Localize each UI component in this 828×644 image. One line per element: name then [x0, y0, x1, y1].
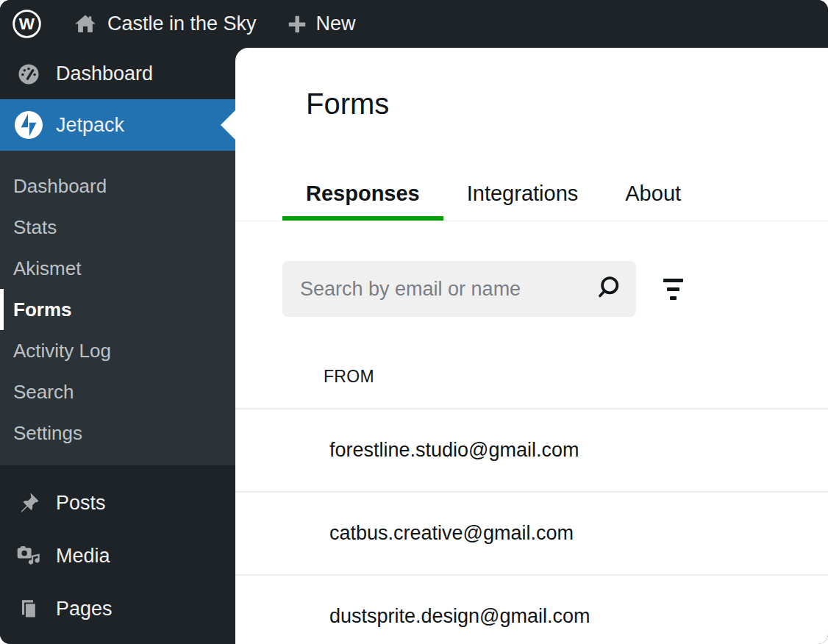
table-row[interactable]: catbus.creative@gmail.com [235, 493, 828, 576]
sidebar-item-dashboard[interactable]: Dashboard [0, 48, 235, 99]
search-icon [594, 273, 622, 305]
admin-bar-site-link[interactable]: Castle in the Sky [73, 12, 257, 36]
search-box [282, 261, 636, 317]
response-email: forestline.studio@gmail.com [329, 439, 579, 462]
tab-about[interactable]: About [602, 170, 704, 221]
sidebar-item-media[interactable]: Media [0, 529, 235, 582]
sidebar: Dashboard Jetpack Dashboard Stats Akisme… [0, 48, 235, 644]
submenu-item-activity-log[interactable]: Activity Log [0, 330, 235, 371]
site-name: Castle in the Sky [107, 12, 257, 35]
filter-button[interactable] [652, 268, 693, 310]
submenu-item-search[interactable]: Search [0, 371, 235, 412]
filter-icon [663, 279, 683, 282]
main-content: Forms Responses Integrations About [235, 48, 828, 644]
sidebar-item-label: Media [56, 545, 110, 568]
submenu-item-dashboard[interactable]: Dashboard [0, 165, 235, 207]
wordpress-logo-icon[interactable]: W [12, 9, 42, 39]
table-row[interactable]: forestline.studio@gmail.com [235, 409, 828, 493]
sidebar-item-pages[interactable]: Pages [0, 582, 235, 635]
admin-bar-new-button[interactable]: New [286, 12, 356, 35]
sidebar-item-label: Dashboard [56, 62, 153, 85]
tab-integrations[interactable]: Integrations [443, 170, 602, 221]
page-title: Forms [306, 86, 828, 121]
submenu-item-akismet[interactable]: Akismet [0, 248, 235, 289]
sidebar-item-posts[interactable]: Posts [0, 476, 235, 529]
new-label: New [316, 12, 356, 35]
jetpack-submenu: Dashboard Stats Akismet Forms Activity L… [0, 151, 235, 465]
responses-toolbar [235, 261, 828, 317]
pushpin-icon [15, 489, 43, 517]
sidebar-item-jetpack[interactable]: Jetpack [0, 99, 235, 151]
plus-icon [286, 13, 308, 35]
response-email: dustsprite.design@gmail.com [329, 605, 590, 628]
dashboard-gauge-icon [15, 60, 43, 87]
jetpack-forms-screen: W Castle in the Sky New [0, 0, 828, 644]
tab-bar: Responses Integrations About [235, 170, 828, 221]
sidebar-item-label: Jetpack [56, 114, 124, 137]
column-header-from: FROM [324, 367, 374, 387]
sidebar-item-label: Posts [56, 492, 106, 515]
admin-bar: W Castle in the Sky New [0, 0, 828, 48]
search-input[interactable] [299, 277, 593, 301]
response-email: catbus.creative@gmail.com [329, 522, 574, 545]
tab-responses[interactable]: Responses [282, 170, 443, 221]
sidebar-item-label: Pages [56, 598, 113, 620]
pages-icon [15, 595, 43, 623]
home-icon [73, 12, 98, 36]
jetpack-icon [15, 111, 43, 139]
submenu-item-stats[interactable]: Stats [0, 207, 235, 248]
search-button[interactable] [593, 273, 623, 305]
current-menu-arrow [221, 110, 236, 140]
submenu-item-forms[interactable]: Forms [0, 289, 235, 330]
table-header: FROM [235, 317, 828, 409]
table-row[interactable]: dustsprite.design@gmail.com [235, 576, 828, 644]
submenu-item-settings[interactable]: Settings [0, 412, 235, 454]
media-icon [15, 542, 43, 570]
svg-text:W: W [19, 15, 35, 33]
sidebar-bottom-group: Posts Media [0, 465, 235, 635]
